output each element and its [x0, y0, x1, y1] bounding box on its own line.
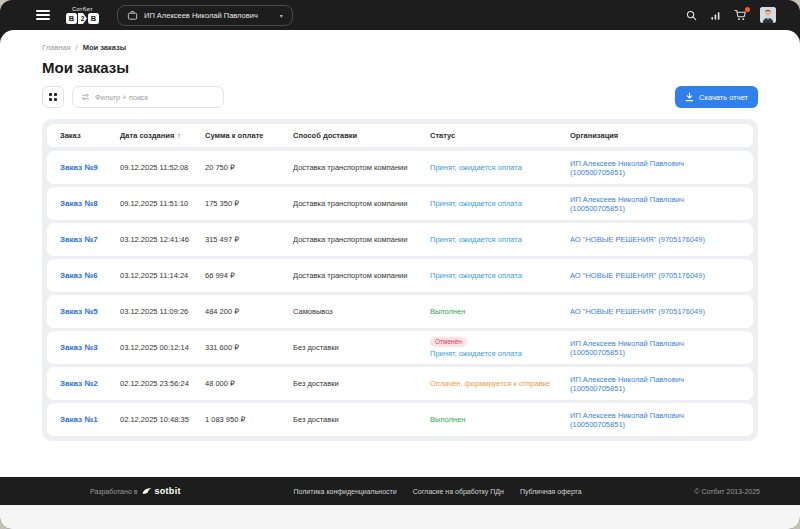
order-delivery: Самовывоз — [293, 307, 430, 316]
order-sum: 484 200 ₽ — [205, 307, 293, 316]
order-org-link[interactable]: ИП Алексеев Николай Павлович (1005007058… — [570, 159, 740, 177]
logo-letter-b1: B — [66, 13, 77, 24]
order-delivery: Доставка транспортом компании — [293, 163, 430, 172]
company-selector[interactable]: ИП Алексеев Николай Павлович ▾ — [117, 5, 293, 26]
order-link[interactable]: Заказ №6 — [60, 271, 120, 280]
order-org-link[interactable]: АО "НОВЫЕ РЕШЕНИЯ" (9705176049) — [570, 271, 740, 280]
footer: Разработано в sotbit Политика конфиденци… — [0, 477, 800, 505]
column-header[interactable]: Сумма к оплате — [205, 131, 293, 140]
order-org-link[interactable]: ИП Алексеев Николай Павлович (1005007058… — [570, 195, 740, 213]
view-toggle-button[interactable] — [42, 86, 64, 108]
order-delivery: Доставка транспортом компании — [293, 235, 430, 244]
sotbit-brand-text: sotbit — [154, 486, 180, 496]
sotbit-logo[interactable]: sotbit — [142, 486, 180, 496]
order-link[interactable]: Заказ №7 — [60, 235, 120, 244]
page-title: Мои заказы — [42, 59, 758, 76]
order-sum: 175 350 ₽ — [205, 199, 293, 208]
order-status: Отменён Принят, ожидается оплата — [430, 337, 570, 359]
breadcrumb-home[interactable]: Главная — [42, 43, 71, 52]
footer-developed-by: Разработано в sotbit — [90, 486, 181, 496]
table-row: Заказ №7 03.12.2025 12:41:46 315 497 ₽ Д… — [47, 223, 753, 256]
briefcase-icon — [127, 10, 138, 21]
app-window: Сотбит B 2 B ИП Алексеев Николай Павлови… — [0, 0, 800, 529]
order-date: 09.12.2025 11:51:10 — [120, 199, 205, 208]
order-org-link[interactable]: ИП Алексеев Николай Павлович (1005007058… — [570, 411, 740, 429]
sotbit-b2b-logo[interactable]: Сотбит B 2 B — [66, 6, 99, 24]
breadcrumb-separator: / — [76, 43, 78, 52]
company-selector-value: ИП Алексеев Николай Павлович — [144, 11, 258, 20]
table-row: Заказ №3 03.12.2025 00:12:14 331 600 ₽ Б… — [47, 331, 753, 364]
order-date: 03.12.2025 00:12:14 — [120, 343, 205, 352]
order-status-text: Выполнен — [430, 415, 465, 424]
grid-view-icon — [49, 93, 58, 102]
footer-link-personal-data[interactable]: Согласие на обработку ПДн — [413, 488, 504, 495]
order-date: 03.12.2025 11:09:26 — [120, 307, 205, 316]
filter-search-input[interactable] — [95, 93, 215, 102]
hamburger-menu-icon[interactable] — [36, 10, 50, 20]
download-report-label: Скачать отчет — [699, 93, 748, 102]
order-date: 09.12.2025 11:52:08 — [120, 163, 205, 172]
column-header[interactable]: Организация — [570, 131, 740, 140]
table-row: Заказ №6 03.12.2025 11:14:24 66 994 ₽ До… — [47, 259, 753, 292]
order-status: Выполнен — [430, 307, 570, 316]
footer-link-privacy[interactable]: Политика конфиденциальности — [293, 488, 396, 495]
order-status: Принят, ожидается оплата — [430, 199, 570, 208]
stats-icon[interactable] — [710, 10, 721, 21]
cart-badge — [745, 7, 750, 12]
column-header[interactable]: Заказ — [60, 131, 120, 140]
table-row: Заказ №9 09.12.2025 11:52:08 20 750 ₽ До… — [47, 151, 753, 184]
table-row: Заказ №2 02.12.2025 23:56:24 48 000 ₽ Бе… — [47, 367, 753, 400]
sort-arrow-icon: ↑ — [177, 131, 181, 140]
order-cancel-badge: Отменён — [430, 337, 467, 348]
bottom-strip — [0, 505, 800, 529]
footer-link-public-offer[interactable]: Публичная оферта — [520, 488, 582, 495]
table-row: Заказ №1 02.12.2025 10:48:35 1 083 950 ₽… — [47, 403, 753, 436]
order-delivery: Доставка транспортом компании — [293, 199, 430, 208]
table-header: ЗаказДата создания↑Сумма к оплатеСпособ … — [47, 124, 753, 147]
order-sum: 66 994 ₽ — [205, 271, 293, 280]
breadcrumb: Главная / Мои заказы — [42, 43, 758, 52]
order-delivery: Без доставки — [293, 343, 430, 352]
table-row: Заказ №5 03.12.2025 11:09:26 484 200 ₽ С… — [47, 295, 753, 328]
order-link[interactable]: Заказ №2 — [60, 379, 120, 388]
column-header[interactable]: Способ доставки — [293, 131, 430, 140]
order-org-link[interactable]: ИП Алексеев Николай Павлович (1005007058… — [570, 339, 740, 357]
order-sum: 20 750 ₽ — [205, 163, 293, 172]
order-link[interactable]: Заказ №5 — [60, 307, 120, 316]
download-report-button[interactable]: Скачать отчет — [675, 86, 758, 108]
footer-copyright: © Сотбит 2013-2025 — [694, 488, 760, 495]
order-link[interactable]: Заказ №3 — [60, 343, 120, 352]
order-link[interactable]: Заказ №1 — [60, 415, 120, 424]
chevron-down-icon: ▾ — [280, 12, 283, 19]
order-date: 02.12.2025 23:56:24 — [120, 379, 205, 388]
order-delivery: Без доставки — [293, 415, 430, 424]
order-org-link[interactable]: АО "НОВЫЕ РЕШЕНИЯ" (9705176049) — [570, 307, 740, 316]
header-actions — [686, 7, 776, 23]
toolbar: Скачать отчет — [42, 86, 758, 108]
breadcrumb-current: Мои заказы — [83, 43, 126, 52]
order-status: Принят, ожидается оплата — [430, 271, 570, 280]
column-header[interactable]: Дата создания↑ — [120, 131, 205, 140]
cart-icon[interactable] — [734, 9, 747, 21]
order-sum: 315 497 ₽ — [205, 235, 293, 244]
filter-search-box[interactable] — [72, 86, 224, 108]
order-status-text: Принят, ожидается оплата — [430, 199, 522, 208]
order-status: Принят, ожидается оплата — [430, 235, 570, 244]
search-icon[interactable] — [686, 10, 697, 21]
order-org-link[interactable]: АО "НОВЫЕ РЕШЕНИЯ" (9705176049) — [570, 235, 740, 244]
order-status-text: Оплачен, формируется к отправке — [430, 379, 550, 388]
order-org-link[interactable]: ИП Алексеев Николай Павлович (1005007058… — [570, 375, 740, 393]
order-link[interactable]: Заказ №9 — [60, 163, 120, 172]
avatar[interactable] — [760, 7, 776, 23]
order-sum: 331 600 ₽ — [205, 343, 293, 352]
order-status-text: Выполнен — [430, 307, 465, 316]
order-date: 03.12.2025 12:41:46 — [120, 235, 205, 244]
column-header[interactable]: Статус — [430, 131, 570, 140]
order-link[interactable]: Заказ №8 — [60, 199, 120, 208]
order-date: 02.12.2025 10:48:35 — [120, 415, 205, 424]
order-status-text: Принят, ожидается оплата — [430, 235, 522, 244]
order-status-text: Принят, ожидается оплата — [430, 271, 522, 280]
download-icon — [685, 92, 694, 102]
orders-table: ЗаказДата создания↑Сумма к оплатеСпособ … — [42, 119, 758, 441]
order-status-text: Принят, ожидается оплата — [430, 349, 522, 358]
